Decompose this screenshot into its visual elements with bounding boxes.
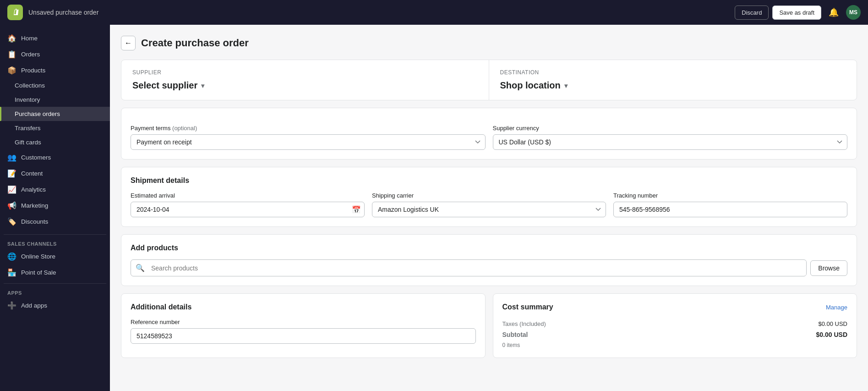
carrier-select-wrapper: Amazon Logistics UK FedEx UPS DHL USPS bbox=[372, 202, 606, 217]
cost-summary-card: Cost summary Manage Taxes (Included) $0.… bbox=[493, 293, 857, 358]
topbar-right: Discard Save as draft 🔔 MS bbox=[735, 5, 861, 20]
discounts-icon: 🏷️ bbox=[7, 217, 16, 226]
sidebar-item-label: Add apps bbox=[21, 302, 47, 309]
taxes-label: Taxes (Included) bbox=[502, 320, 546, 327]
sidebar-item-label: Content bbox=[21, 170, 43, 177]
calendar-icon[interactable]: 📅 bbox=[352, 205, 361, 214]
sidebar-item-transfers[interactable]: Transfers bbox=[0, 121, 110, 135]
shopify-logo bbox=[7, 5, 23, 20]
shipment-title: Shipment details bbox=[131, 176, 847, 185]
sidebar-divider-2 bbox=[4, 283, 106, 284]
payment-terms-field: Payment terms (optional) Payment on rece… bbox=[131, 125, 486, 150]
sidebar-item-content[interactable]: 📝 Content bbox=[0, 165, 110, 182]
products-icon: 📦 bbox=[7, 66, 16, 75]
main-content: ← Create purchase order Supplier Select … bbox=[110, 25, 868, 391]
sidebar-item-label: Point of Sale bbox=[21, 269, 56, 276]
manage-link[interactable]: Manage bbox=[826, 304, 847, 311]
shop-location-label: Shop location bbox=[500, 80, 561, 91]
select-supplier-button[interactable]: Select supplier ▾ bbox=[132, 80, 204, 91]
reference-number-field: Reference number bbox=[131, 319, 476, 344]
search-products-input[interactable] bbox=[149, 261, 806, 275]
shop-location-button[interactable]: Shop location ▾ bbox=[500, 80, 568, 91]
supplier-currency-field: Supplier currency US Dollar (USD $) EUR … bbox=[493, 125, 848, 150]
sidebar-item-gift-cards[interactable]: Gift cards bbox=[0, 135, 110, 149]
analytics-icon: 📈 bbox=[7, 185, 16, 194]
sales-channels-label: Sales channels bbox=[0, 237, 110, 248]
add-products-title: Add products bbox=[131, 244, 847, 252]
payment-terms-label: Payment terms (optional) bbox=[131, 125, 486, 132]
avatar[interactable]: MS bbox=[846, 5, 861, 20]
sidebar-item-label: Marketing bbox=[21, 202, 48, 209]
sidebar-item-label: Transfers bbox=[15, 125, 41, 132]
sidebar-item-customers[interactable]: 👥 Customers bbox=[0, 149, 110, 165]
cost-summary-header: Cost summary Manage bbox=[502, 303, 848, 311]
sidebar-item-add-apps[interactable]: ➕ Add apps bbox=[0, 297, 110, 314]
destination-label: Destination bbox=[500, 69, 846, 76]
pos-icon: 🏪 bbox=[7, 268, 16, 277]
tracking-label: Tracking number bbox=[613, 192, 847, 199]
search-input-wrapper: 🔍 bbox=[131, 259, 807, 276]
sidebar-item-purchase-orders[interactable]: Purchase orders bbox=[0, 107, 110, 121]
sidebar-item-products[interactable]: 📦 Products bbox=[0, 62, 110, 78]
payment-terms-select[interactable]: Payment on receipt Net 15 Net 30 Net 45 … bbox=[131, 134, 486, 150]
sidebar-item-marketing[interactable]: 📢 Marketing bbox=[0, 198, 110, 214]
reference-number-input[interactable] bbox=[131, 328, 476, 344]
taxes-row: Taxes (Included) $0.00 USD bbox=[502, 319, 848, 329]
tracking-number-field: Tracking number bbox=[613, 192, 847, 217]
topbar-left: Unsaved purchase order bbox=[7, 5, 98, 20]
page-title: Create purchase order bbox=[141, 37, 249, 49]
shipping-carrier-select[interactable]: Amazon Logistics UK FedEx UPS DHL USPS bbox=[372, 202, 606, 217]
sidebar-item-point-of-sale[interactable]: 🏪 Point of Sale bbox=[0, 264, 110, 281]
sidebar-item-online-store[interactable]: 🌐 Online Store bbox=[0, 248, 110, 264]
arrival-label: Estimated arrival bbox=[131, 192, 365, 199]
shipping-carrier-field: Shipping carrier Amazon Logistics UK Fed… bbox=[372, 192, 606, 217]
optional-label: (optional) bbox=[172, 125, 197, 132]
cost-summary-title: Cost summary bbox=[502, 303, 553, 311]
currency-label: Supplier currency bbox=[493, 125, 848, 132]
topbar-actions: Discard Save as draft bbox=[735, 6, 821, 20]
sidebar-item-orders[interactable]: 📋 Orders bbox=[0, 46, 110, 62]
tracking-number-input[interactable] bbox=[613, 202, 847, 217]
sidebar-item-label: Analytics bbox=[21, 186, 46, 193]
arrival-input-wrapper: 📅 bbox=[131, 202, 365, 217]
sidebar-item-inventory[interactable]: Inventory bbox=[0, 93, 110, 107]
chevron-down-icon: ▾ bbox=[201, 82, 204, 89]
supplier-currency-select[interactable]: US Dollar (USD $) EUR (€) GBP (£) bbox=[493, 134, 848, 150]
topbar: Unsaved purchase order Discard Save as d… bbox=[0, 0, 868, 25]
additional-details-card: Additional details Reference number bbox=[121, 293, 486, 358]
discard-button[interactable]: Discard bbox=[735, 6, 769, 20]
sidebar-item-label: Products bbox=[21, 67, 45, 74]
sidebar-item-analytics[interactable]: 📈 Analytics bbox=[0, 182, 110, 198]
chevron-down-icon: ▾ bbox=[564, 82, 568, 89]
destination-section: Destination Shop location ▾ bbox=[489, 60, 857, 100]
sidebar-item-label: Discounts bbox=[21, 218, 48, 225]
page-header: ← Create purchase order bbox=[121, 36, 857, 50]
supplier-label: Supplier bbox=[132, 69, 478, 76]
online-store-icon: 🌐 bbox=[7, 252, 16, 261]
search-icon: 🔍 bbox=[131, 260, 149, 276]
save-draft-button[interactable]: Save as draft bbox=[772, 6, 821, 20]
search-products-wrapper: 🔍 Browse bbox=[131, 259, 847, 276]
notifications-icon[interactable]: 🔔 bbox=[827, 6, 841, 19]
supplier-destination-card: Supplier Select supplier ▾ Destination S… bbox=[121, 60, 857, 100]
sidebar-item-label: Inventory bbox=[15, 96, 40, 103]
sidebar-item-discounts[interactable]: 🏷️ Discounts bbox=[0, 214, 110, 230]
sidebar: 🏠 Home 📋 Orders 📦 Products Collections I… bbox=[0, 25, 110, 391]
back-button[interactable]: ← bbox=[121, 36, 136, 50]
sidebar-item-label: Orders bbox=[21, 51, 40, 58]
taxes-value: $0.00 USD bbox=[818, 320, 847, 327]
estimated-arrival-field: Estimated arrival 📅 bbox=[131, 192, 365, 217]
shipment-card: Shipment details Estimated arrival 📅 Shi… bbox=[121, 167, 857, 227]
sidebar-item-collections[interactable]: Collections bbox=[0, 78, 110, 93]
estimated-arrival-input[interactable] bbox=[131, 202, 365, 217]
apps-label: Apps bbox=[0, 286, 110, 297]
sidebar-divider-1 bbox=[4, 234, 106, 235]
sidebar-main-nav: 🏠 Home 📋 Orders 📦 Products Collections I… bbox=[0, 28, 110, 231]
browse-button[interactable]: Browse bbox=[810, 260, 847, 276]
home-icon: 🏠 bbox=[7, 34, 16, 43]
content-icon: 📝 bbox=[7, 169, 16, 178]
sidebar-item-home[interactable]: 🏠 Home bbox=[0, 30, 110, 46]
subtotal-value: $0.00 USD bbox=[816, 331, 847, 338]
additional-details-title: Additional details bbox=[131, 303, 476, 311]
ref-number-label: Reference number bbox=[131, 319, 476, 325]
